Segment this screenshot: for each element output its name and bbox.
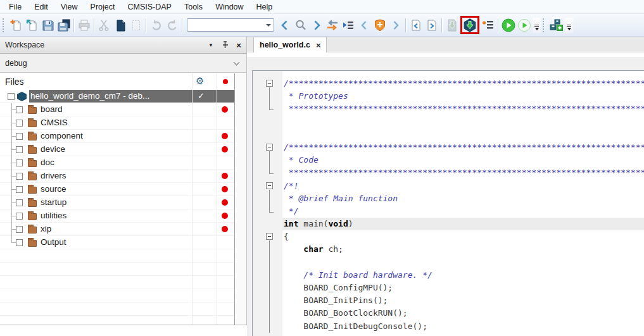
find-button[interactable]: [293, 17, 308, 33]
expand-box-icon[interactable]: [16, 239, 23, 246]
code-editor[interactable]: /***************************************…: [252, 70, 644, 336]
folder-icon: [28, 134, 37, 140]
previous-bookmark-button[interactable]: [356, 17, 372, 33]
cut-button[interactable]: [96, 17, 112, 33]
toolbar-overflow-button[interactable]: [533, 18, 541, 33]
find-previous-button[interactable]: [277, 17, 293, 33]
code-line: */: [253, 205, 644, 218]
expand-box-icon[interactable]: [16, 213, 23, 220]
folder-icon: [28, 213, 37, 220]
toggle-bookmark-button[interactable]: [372, 17, 388, 33]
tree-item-cmsis[interactable]: CMSIS: [0, 116, 234, 130]
gear-icon[interactable]: ⚙: [196, 75, 204, 87]
expand-box-icon[interactable]: [16, 199, 23, 206]
modified-dot-icon: [222, 173, 228, 179]
modified-dot-icon: [222, 213, 228, 219]
add-project-button[interactable]: [548, 17, 564, 33]
toolbar-grip-handle[interactable]: [543, 18, 546, 32]
menu-cmsis-dap[interactable]: CMSIS-DAP: [121, 1, 177, 13]
expand-box-icon[interactable]: [16, 186, 23, 193]
fold-collapse-icon[interactable]: [266, 233, 273, 240]
fold-collapse-icon[interactable]: [266, 144, 273, 151]
run-button[interactable]: [500, 17, 516, 33]
tab-close-icon[interactable]: ×: [316, 41, 321, 49]
panel-pin-button[interactable]: [218, 39, 231, 51]
editor-tab-strip: hello_world.c ×: [247, 37, 644, 53]
copy-button[interactable]: [112, 17, 128, 33]
save-button[interactable]: [40, 17, 56, 33]
menu-edit[interactable]: Edit: [28, 1, 54, 13]
next-bookmark-button[interactable]: [388, 17, 403, 33]
save-all-button[interactable]: [56, 17, 72, 33]
expand-box-icon[interactable]: [16, 133, 23, 140]
print-button[interactable]: [76, 17, 92, 33]
chevron-left-icon: [358, 18, 370, 32]
open-file-button[interactable]: [24, 17, 40, 33]
workspace-panel-header: Workspace ▼ ×: [0, 37, 246, 54]
tree-item-drivers[interactable]: drivers: [0, 170, 234, 183]
tree-item-label: component: [41, 131, 83, 140]
files-header: Files ⚙: [0, 73, 246, 90]
menu-file[interactable]: File: [3, 1, 28, 13]
redo-button[interactable]: [164, 17, 180, 33]
files-header-label: Files: [5, 77, 24, 87]
tree-item-board[interactable]: board: [0, 103, 234, 116]
expand-box-icon[interactable]: [16, 146, 23, 153]
new-file-button[interactable]: [8, 17, 24, 33]
menu-project[interactable]: Project: [84, 1, 122, 13]
expand-box-icon[interactable]: [16, 226, 23, 233]
tree-item-xip[interactable]: xip: [0, 223, 234, 236]
breakpoint-list-icon: [481, 18, 495, 32]
find-dropdown-arrow[interactable]: [263, 19, 274, 31]
fold-collapse-icon[interactable]: [266, 182, 273, 189]
tab-hello-world-c[interactable]: hello_world.c ×: [253, 37, 327, 53]
tree-connector-line: [11, 103, 12, 243]
tree-item-component[interactable]: component: [0, 130, 234, 143]
tree-item-source[interactable]: source: [0, 183, 234, 196]
tree-item-output[interactable]: Output: [0, 236, 234, 249]
tree-item-doc[interactable]: doc: [0, 156, 234, 170]
menu-help[interactable]: Help: [250, 1, 279, 13]
toolbar-overflow-button[interactable]: [565, 18, 573, 33]
configuration-selector[interactable]: debug: [0, 54, 246, 73]
download-file-button[interactable]: [444, 17, 460, 33]
code-line: BOARD_ConfigMPU();: [253, 282, 644, 294]
find-in-files-button[interactable]: [340, 17, 356, 33]
expand-box-icon[interactable]: [16, 159, 23, 166]
menu-tools[interactable]: Tools: [178, 1, 209, 13]
code-line: /***************************************…: [253, 77, 644, 90]
expand-box-icon[interactable]: [16, 106, 23, 113]
collapse-box-icon[interactable]: [8, 93, 15, 100]
panel-menu-button[interactable]: ▼: [205, 39, 217, 51]
tree-item-startup[interactable]: startup: [0, 196, 234, 209]
folder-icon: [28, 147, 37, 154]
breakpoints-button[interactable]: [480, 17, 496, 33]
tree-scrollbar[interactable]: [234, 73, 246, 325]
find-input[interactable]: [187, 20, 263, 30]
code-line: /***************************************…: [253, 141, 644, 154]
tree-item-device[interactable]: device: [0, 143, 234, 156]
toolbar-grip-handle[interactable]: [3, 18, 6, 32]
panel-close-button[interactable]: ×: [232, 39, 245, 51]
run-without-debug-button[interactable]: [516, 17, 532, 33]
save-icon: [41, 18, 55, 32]
toolbar-separator: [498, 18, 498, 32]
undo-button[interactable]: [148, 17, 164, 33]
menu-view[interactable]: View: [54, 1, 84, 13]
code-line: BOARD_InitPins();: [253, 294, 644, 307]
find-combobox[interactable]: [187, 18, 274, 32]
tree-item-project[interactable]: hello_world_demo_cm7 - deb...✓: [0, 90, 234, 103]
fold-collapse-icon[interactable]: [266, 80, 273, 87]
next-file-button[interactable]: [424, 17, 439, 33]
expand-box-icon[interactable]: [16, 120, 23, 127]
toolbar-separator: [441, 18, 442, 32]
find-next-button[interactable]: [308, 17, 324, 33]
menu-window[interactable]: Window: [209, 1, 249, 13]
previous-file-button[interactable]: [408, 17, 424, 33]
tree-item-utilities[interactable]: utilities: [0, 209, 234, 223]
replace-button[interactable]: [324, 17, 340, 33]
chevron-down-icon: [234, 59, 240, 65]
expand-box-icon[interactable]: [16, 173, 23, 180]
download-button[interactable]: [462, 18, 477, 32]
paste-button[interactable]: [128, 17, 144, 33]
